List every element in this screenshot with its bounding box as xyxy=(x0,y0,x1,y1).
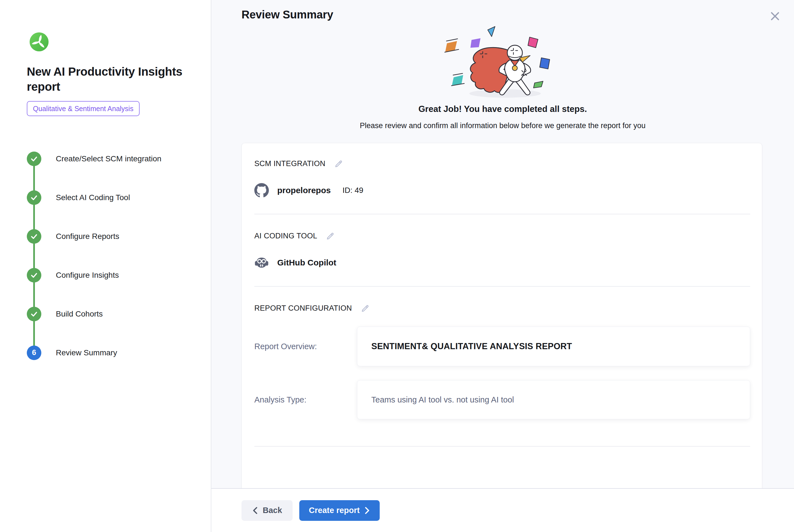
step-label: Configure Reports xyxy=(56,232,119,241)
step-configure-insights[interactable]: Configure Insights xyxy=(27,256,200,294)
step-review-summary-current[interactable]: 6 Review Summary xyxy=(27,333,200,372)
completion-subheading: Please review and confirm all informatio… xyxy=(211,121,794,130)
section-divider xyxy=(254,446,750,446)
report-title: New AI Productivity Insights report xyxy=(27,64,183,94)
analysis-type-label: Analysis Type: xyxy=(254,395,357,404)
edit-ai-coding-tool-icon[interactable] xyxy=(326,232,335,240)
review-summary-panel: Review Summary xyxy=(211,0,794,532)
section-divider xyxy=(254,214,750,214)
chevron-right-icon xyxy=(364,507,370,514)
step-label: Review Summary xyxy=(56,348,117,357)
github-icon xyxy=(254,183,269,197)
ai-coding-tool-value-row: GitHub Copilot xyxy=(254,255,750,270)
step-done-check-icon xyxy=(27,307,41,321)
review-summary-scroll-area: Review Summary xyxy=(211,0,794,488)
github-copilot-icon xyxy=(254,255,269,270)
page-title: Review Summary xyxy=(211,0,794,21)
completion-heading: Great Job! You have completed all steps. xyxy=(211,104,794,114)
report-overview-label: Report Overview: xyxy=(254,342,357,351)
step-label: Select AI Coding Tool xyxy=(56,193,130,202)
analysis-type-value: Teams using AI tool vs. not using AI too… xyxy=(371,395,514,404)
edit-report-configuration-icon[interactable] xyxy=(361,304,370,312)
create-report-button[interactable]: Create report xyxy=(299,500,380,521)
section-divider xyxy=(254,286,750,287)
wizard-footer: Back Create report xyxy=(211,488,794,532)
step-number: 6 xyxy=(32,348,36,357)
step-number-badge: 6 xyxy=(27,345,41,360)
step-done-check-icon xyxy=(27,152,41,166)
report-type-badge: Qualitative & Sentiment Analysis xyxy=(27,101,139,116)
edit-scm-integration-icon[interactable] xyxy=(335,160,343,168)
back-button-label: Back xyxy=(263,506,282,515)
create-report-button-label: Create report xyxy=(309,506,360,515)
analysis-type-row: Analysis Type: Teams using AI tool vs. n… xyxy=(254,380,750,419)
step-build-cohorts[interactable]: Build Cohorts xyxy=(27,294,200,333)
step-label: Configure Insights xyxy=(56,271,119,280)
report-overview-row: Report Overview: SENTIMENT& QUALITATIVE … xyxy=(254,327,750,366)
report-configuration-label: REPORT CONFIGURATION xyxy=(254,304,352,312)
ai-coding-tool-name: GitHub Copilot xyxy=(277,258,336,267)
scm-integration-id: ID: 49 xyxy=(343,186,363,195)
chevron-left-icon xyxy=(252,507,258,514)
summary-card: SCM INTEGRATION propelorepos ID: 49 xyxy=(242,143,762,488)
step-select-ai-coding-tool[interactable]: Select AI Coding Tool xyxy=(27,178,200,217)
close-icon[interactable] xyxy=(768,10,782,23)
back-button[interactable]: Back xyxy=(242,500,292,521)
scm-integration-value-row: propelorepos ID: 49 xyxy=(254,183,750,197)
scm-integration-name: propelorepos xyxy=(277,186,331,195)
scm-integration-section-header: SCM INTEGRATION xyxy=(254,159,750,168)
step-done-check-icon xyxy=(27,229,41,244)
ai-coding-tool-label: AI CODING TOOL xyxy=(254,232,317,240)
ai-coding-tool-section-header: AI CODING TOOL xyxy=(254,232,750,240)
step-done-check-icon xyxy=(27,268,41,283)
propeller-logo-icon xyxy=(29,32,49,52)
step-label: Build Cohorts xyxy=(56,309,103,319)
step-create-select-scm-integration[interactable]: Create/Select SCM integration xyxy=(27,139,200,178)
report-overview-value-box: SENTIMENT& QUALITATIVE ANALYSIS REPORT xyxy=(357,327,750,366)
wizard-stepper: Create/Select SCM integration Select AI … xyxy=(27,139,200,372)
celebration-illustration xyxy=(430,21,575,102)
scm-integration-label: SCM INTEGRATION xyxy=(254,159,325,168)
step-done-check-icon xyxy=(27,190,41,205)
report-configuration-section-header: REPORT CONFIGURATION xyxy=(254,304,750,312)
step-configure-reports[interactable]: Configure Reports xyxy=(27,217,200,256)
step-label: Create/Select SCM integration xyxy=(56,154,162,163)
analysis-type-value-box: Teams using AI tool vs. not using AI too… xyxy=(357,380,750,419)
app-window: New AI Productivity Insights report Qual… xyxy=(0,0,794,532)
completion-hero: Great Job! You have completed all steps.… xyxy=(211,21,794,130)
report-overview-value: SENTIMENT& QUALITATIVE ANALYSIS REPORT xyxy=(371,341,572,352)
wizard-sidebar: New AI Productivity Insights report Qual… xyxy=(0,0,211,532)
